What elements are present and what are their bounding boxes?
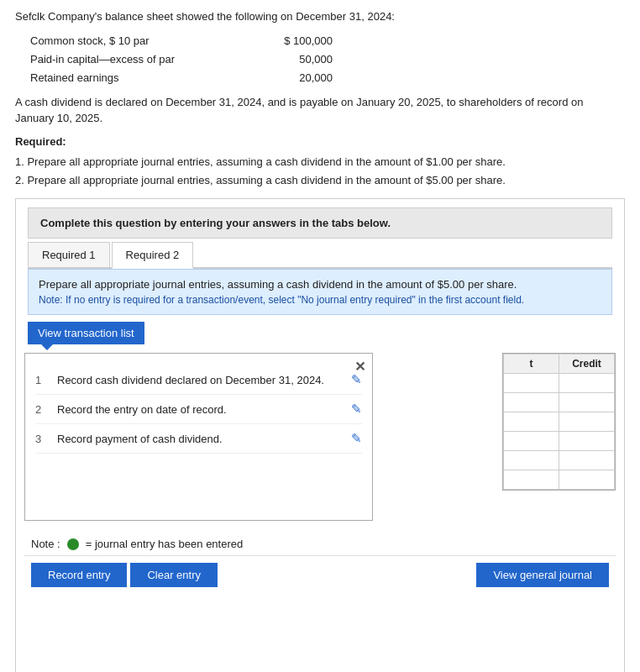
popup-close-button[interactable]: ✕: [354, 359, 365, 375]
debit-cell[interactable]: [504, 451, 559, 470]
balance-row-1: Common stock, $ 10 par $ 100,000: [30, 32, 625, 50]
debit-cell[interactable]: [504, 432, 559, 451]
note-section: Note : = journal entry has been entered: [24, 531, 616, 555]
transaction-item-3: 3 Record payment of cash dividend. ✎: [35, 424, 362, 454]
credit-cell[interactable]: [559, 374, 615, 393]
tab-required-2[interactable]: Required 2: [112, 242, 194, 269]
transaction-num-1: 1: [35, 374, 49, 386]
note-description: = journal entry has been entered: [86, 538, 244, 550]
balance-table: Common stock, $ 10 par $ 100,000 Paid-in…: [30, 32, 625, 87]
transaction-desc-1: Record cash dividend declared on Decembe…: [57, 374, 343, 386]
table-row: [504, 374, 615, 393]
question-2: 2. Prepare all appropriate journal entri…: [15, 171, 625, 190]
view-transaction-button[interactable]: View transaction list: [28, 322, 144, 344]
record-entry-button[interactable]: Record entry: [31, 563, 127, 587]
debit-header: t: [504, 354, 559, 374]
debit-cell[interactable]: [504, 393, 559, 412]
balance-row-3: Retained earnings 20,000: [30, 69, 625, 87]
balance-row-2: Paid-in capital—excess of par 50,000: [30, 50, 625, 69]
journal-table: t Credit: [503, 354, 615, 490]
table-row: [504, 432, 615, 451]
balance-value-2: 50,000: [265, 50, 333, 69]
bottom-buttons: Record entry Clear entry View general jo…: [24, 555, 616, 594]
transaction-item-2: 2 Record the entry on date of record. ✎: [35, 395, 362, 424]
tab-required-1[interactable]: Required 1: [28, 242, 110, 267]
clear-entry-button[interactable]: Clear entry: [130, 563, 218, 587]
edit-icon-2[interactable]: ✎: [351, 402, 362, 417]
instruction-main: Prepare all appropriate journal entries,…: [39, 276, 601, 293]
edit-icon-3[interactable]: ✎: [351, 431, 362, 446]
debit-cell[interactable]: [504, 470, 559, 490]
credit-cell[interactable]: [559, 451, 615, 470]
popup-overlay: ✕ 1 Record cash dividend declared on Dec…: [24, 353, 616, 521]
popup-area: ✕ 1 Record cash dividend declared on Dec…: [16, 353, 624, 672]
table-row: [504, 451, 615, 470]
popup-content: 1 Record cash dividend declared on Decem…: [25, 354, 372, 462]
balance-value-1: $ 100,000: [265, 32, 333, 50]
transaction-desc-2: Record the entry on date of record.: [57, 403, 343, 416]
transaction-num-3: 3: [35, 433, 49, 445]
balance-value-3: 20,000: [265, 69, 333, 87]
question-1: 1. Prepare all appropriate journal entri…: [15, 153, 625, 171]
balance-label-3: Retained earnings: [30, 69, 215, 87]
note-prefix: Note :: [31, 538, 60, 550]
table-row: [504, 393, 615, 412]
credit-cell[interactable]: [559, 470, 615, 490]
complete-box: Complete this question by entering your …: [28, 207, 612, 239]
intro-text: Sefclk Company's balance sheet showed th…: [15, 8, 625, 25]
instruction-box: Prepare all appropriate journal entries,…: [28, 269, 612, 316]
questions: 1. Prepare all appropriate journal entri…: [15, 153, 625, 190]
required-label: Required:: [15, 135, 625, 148]
table-row: [504, 412, 615, 432]
instruction-note: Note: If no entry is required for a tran…: [39, 292, 601, 307]
balance-label-2: Paid-in capital—excess of par: [30, 50, 215, 69]
credit-cell[interactable]: [559, 393, 615, 412]
journal-table-container: t Credit: [502, 353, 616, 491]
transaction-popup: ✕ 1 Record cash dividend declared on Dec…: [24, 353, 373, 521]
transaction-item-1: 1 Record cash dividend declared on Decem…: [35, 369, 362, 395]
credit-cell[interactable]: [559, 412, 615, 432]
debit-cell[interactable]: [504, 374, 559, 393]
view-general-journal-button[interactable]: View general journal: [476, 563, 609, 587]
green-dot-icon: [67, 538, 79, 550]
transaction-num-2: 2: [35, 403, 49, 416]
credit-header: Credit: [559, 354, 615, 374]
tabs-bar: Required 1 Required 2: [28, 239, 612, 269]
credit-cell[interactable]: [559, 432, 615, 451]
balance-label-1: Common stock, $ 10 par: [30, 32, 215, 50]
note-text: A cash dividend is declared on December …: [15, 94, 625, 127]
main-content: Complete this question by entering your …: [15, 198, 625, 672]
transaction-desc-3: Record payment of cash dividend.: [57, 433, 343, 445]
table-row: [504, 470, 615, 490]
main-top: Complete this question by entering your …: [16, 199, 624, 345]
debit-cell[interactable]: [504, 412, 559, 432]
